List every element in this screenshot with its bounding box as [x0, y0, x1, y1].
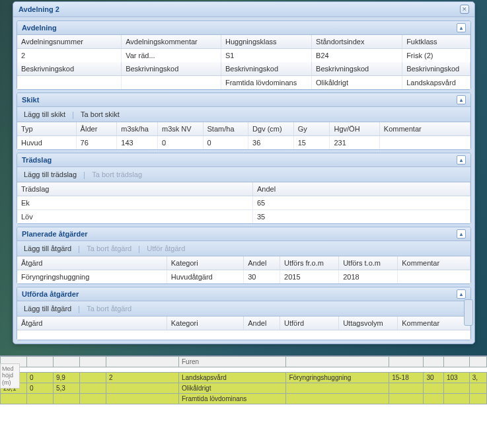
- panel-header-utforda[interactable]: Utförda åtgärder ▲: [17, 287, 470, 301]
- cell[interactable]: B24: [312, 49, 402, 63]
- panel-utforda: Utförda åtgärder ▲ Lägg till åtgärd Ta b…: [17, 287, 471, 340]
- col-header[interactable]: Fuktklass: [402, 35, 470, 49]
- cell[interactable]: 76: [76, 136, 117, 150]
- cell[interactable]: Landskapsvård: [402, 76, 470, 90]
- avdelning-grid: Avdelningsnummer Avdelningskommentar Hug…: [17, 35, 470, 89]
- col-header[interactable]: Beskrivningskod: [402, 62, 470, 76]
- col-header[interactable]: Kommentar: [379, 122, 470, 136]
- cell[interactable]: 2015: [280, 270, 339, 284]
- panel-title: Avdelning: [22, 24, 57, 32]
- col-header[interactable]: m3sk NV: [157, 122, 203, 136]
- scrollbar[interactable]: [464, 280, 474, 372]
- remove-skikt-button[interactable]: Ta bort skikt: [78, 109, 122, 120]
- col-header[interactable]: Åtgärd: [17, 317, 167, 330]
- col-header[interactable]: Kommentar: [398, 256, 470, 270]
- chevron-up-icon[interactable]: ▲: [457, 23, 466, 32]
- table-row: Föryngringshuggning Huvudåtgärd 30 2015 …: [17, 270, 470, 284]
- cell[interactable]: 0: [157, 136, 203, 150]
- empty-cell: [17, 330, 470, 340]
- window-titlebar[interactable]: Avdelning 2 ✕: [13, 2, 474, 17]
- col-header[interactable]: Avdelningskommentar: [122, 35, 221, 49]
- cell[interactable]: 2: [17, 49, 122, 63]
- col-header[interactable]: Beskrivningskod: [312, 62, 402, 76]
- planerade-toolbar: Lägg till åtgärd Ta bort åtgärd Utför åt…: [17, 241, 470, 256]
- col-header[interactable]: Hgv/ÖH: [330, 122, 379, 136]
- cell[interactable]: 65: [252, 196, 470, 210]
- close-icon[interactable]: ✕: [460, 5, 469, 14]
- col-header[interactable]: Utförs fr.o.m: [280, 256, 339, 270]
- col-header[interactable]: Beskrivningskod: [221, 62, 311, 76]
- cell[interactable]: Huvud: [17, 136, 76, 150]
- col-header[interactable]: Beskrivningskod: [17, 62, 122, 76]
- add-skikt-button[interactable]: Lägg till skikt: [21, 109, 68, 120]
- add-atgard-button[interactable]: Lägg till åtgärd: [21, 243, 74, 254]
- chevron-up-icon[interactable]: ▲: [457, 155, 466, 165]
- col-header[interactable]: Andel: [252, 182, 470, 196]
- panel-header-skikt[interactable]: Skikt ▲: [17, 93, 470, 107]
- cell[interactable]: Löv: [17, 210, 252, 224]
- cell[interactable]: [122, 76, 221, 90]
- col-header[interactable]: Kommentar: [398, 317, 470, 330]
- cell[interactable]: Olikåldrigt: [312, 76, 402, 90]
- col-header[interactable]: Huggningsklass: [221, 35, 311, 49]
- col-header[interactable]: Ståndortsindex: [312, 35, 402, 49]
- col-header[interactable]: Trädslag: [17, 182, 252, 196]
- cell[interactable]: Huvudåtgärd: [167, 270, 244, 284]
- chevron-up-icon[interactable]: ▲: [457, 229, 466, 239]
- panel-header-planerade[interactable]: Planerade åtgärder ▲: [17, 227, 470, 241]
- cell[interactable]: 2018: [339, 270, 398, 284]
- cell[interactable]: 36: [248, 136, 294, 150]
- col-header[interactable]: Typ: [17, 122, 76, 136]
- col-header[interactable]: Andel: [244, 256, 280, 270]
- cell[interactable]: Ek: [17, 196, 252, 210]
- col-header[interactable]: Kategori: [167, 256, 244, 270]
- scrollbar-thumb[interactable]: [464, 299, 473, 326]
- cell[interactable]: Framtida lövdominans: [221, 76, 311, 90]
- panel-header-avdelning[interactable]: Avdelning ▲: [17, 21, 470, 35]
- window-body: Avdelning ▲ Avdelningsnummer Avdelningsk…: [13, 17, 474, 344]
- col-header[interactable]: Uttagsvolym: [339, 317, 398, 330]
- cell[interactable]: [17, 76, 122, 90]
- cell[interactable]: Var räd...: [122, 49, 221, 63]
- cell[interactable]: Föryngringshuggning: [17, 270, 167, 284]
- col-header[interactable]: Ålder: [76, 122, 117, 136]
- add-tradslag-button[interactable]: Lägg till trädslag: [21, 169, 79, 180]
- add-atgard-button[interactable]: Lägg till åtgärd: [21, 303, 74, 314]
- planerade-grid: Åtgärd Kategori Andel Utförs fr.o.m Utfö…: [17, 256, 470, 283]
- tradslag-grid: Trädslag Andel Ek 65 Löv 35: [17, 182, 470, 223]
- chevron-up-icon[interactable]: ▲: [457, 95, 466, 104]
- cell[interactable]: 0: [203, 136, 248, 150]
- col-header[interactable]: Kategori: [167, 317, 244, 330]
- cell[interactable]: 231: [330, 136, 379, 150]
- col-header[interactable]: m3sk/ha: [117, 122, 158, 136]
- perform-atgard-button[interactable]: Utför åtgärd: [144, 243, 188, 254]
- cell[interactable]: 143: [117, 136, 158, 150]
- col-header[interactable]: Dgv (cm): [248, 122, 294, 136]
- panel-title: Skikt: [22, 96, 39, 104]
- table-row: Huvud 76 143 0 0 36 15 231: [17, 136, 470, 150]
- col-header[interactable]: Andel: [244, 317, 280, 330]
- col-header[interactable]: Utförd: [280, 317, 339, 330]
- remove-atgard-button[interactable]: Ta bort åtgärd: [84, 303, 134, 314]
- col-header[interactable]: Gy: [293, 122, 330, 136]
- panel-tradslag: Trädslag ▲ Lägg till trädslag Ta bort tr…: [17, 153, 471, 224]
- cell[interactable]: 30: [244, 270, 280, 284]
- cell[interactable]: Frisk (2): [402, 49, 470, 63]
- col-header[interactable]: Åtgärd: [17, 256, 167, 270]
- cell[interactable]: [398, 270, 470, 284]
- cell[interactable]: 15: [293, 136, 330, 150]
- bg-cell: Furen: [179, 357, 286, 367]
- cell[interactable]: [379, 136, 470, 150]
- cell[interactable]: 35: [252, 210, 470, 224]
- utforda-grid: Åtgärd Kategori Andel Utförd Uttagsvolym…: [17, 317, 470, 340]
- panel-header-tradslag[interactable]: Trädslag ▲: [17, 153, 470, 167]
- col-header[interactable]: Avdelningsnummer: [17, 35, 122, 49]
- cell[interactable]: S1: [221, 49, 311, 63]
- side-axis-label: Med höjd (m): [0, 363, 20, 389]
- col-header[interactable]: Stam/ha: [203, 122, 248, 136]
- col-header[interactable]: Utförs t.o.m: [339, 256, 398, 270]
- col-header[interactable]: Beskrivningskod: [122, 62, 221, 76]
- remove-atgard-button[interactable]: Ta bort åtgärd: [84, 243, 134, 254]
- remove-tradslag-button[interactable]: Ta bort trädslag: [89, 169, 145, 180]
- background-data-grid: Med höjd (m) Furen 23,1 0 9,9 2 Landskap…: [0, 355, 487, 448]
